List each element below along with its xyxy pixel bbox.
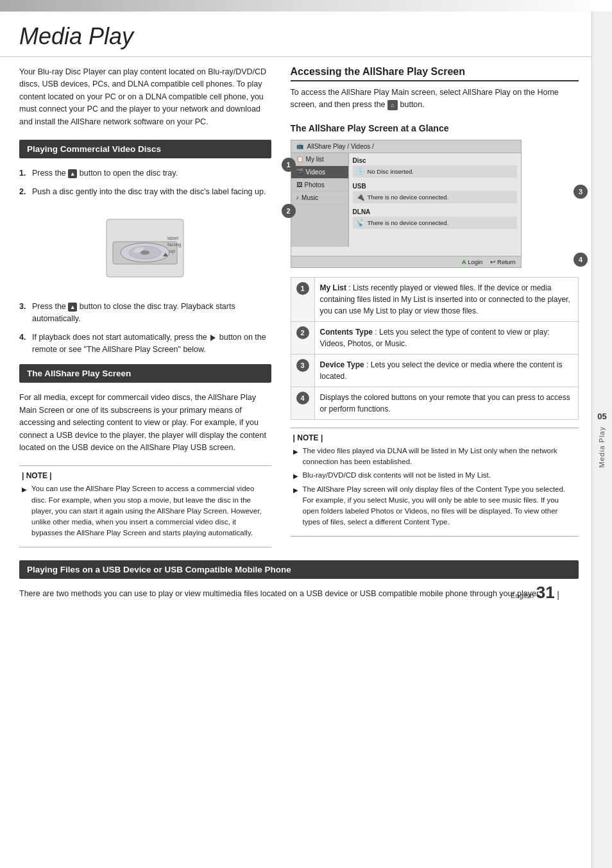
videos-label: Videos bbox=[306, 169, 325, 176]
eject-icon: ▲ bbox=[68, 169, 77, 178]
arrow-icon-2: ▶ bbox=[293, 471, 300, 481]
top-header bbox=[0, 0, 612, 12]
desc-text-3: Device Type : Lets you select the device… bbox=[314, 354, 578, 387]
circle-4: 4 bbox=[296, 392, 309, 405]
dlna-info: 📡 There is no device connected. bbox=[353, 217, 517, 229]
step-text: Press the ▲ button to close the disc tra… bbox=[32, 301, 271, 325]
section3-text: There are two methods you can use to pla… bbox=[19, 588, 579, 600]
left-column: Your Blu-ray Disc Player can play conten… bbox=[0, 66, 284, 556]
circle-3: 3 bbox=[296, 359, 309, 372]
menu-photos: 🖼 Photos bbox=[291, 179, 348, 192]
desc-text-4: Displays the colored buttons on your rem… bbox=[314, 387, 578, 419]
step-4: 4. If playback does not start automatica… bbox=[19, 331, 271, 356]
note-text-1: The video files played via DLNA will be … bbox=[303, 446, 576, 468]
sidebar-label: Media Play bbox=[597, 426, 607, 467]
usb-label: USB bbox=[353, 183, 517, 190]
note-text-2: Blu-ray/DVD/CD disk contents will not be… bbox=[303, 470, 491, 481]
videos-icon: 🎬 bbox=[296, 169, 303, 175]
disc-status: No Disc inserted. bbox=[368, 168, 414, 175]
mylist-title: My List bbox=[320, 283, 346, 292]
eject-icon2: ▲ bbox=[68, 303, 77, 312]
step-text: Press the ▲ button to open the disc tray… bbox=[32, 167, 178, 179]
svg-point-4 bbox=[140, 251, 149, 255]
dlna-row: DLNA 📡 There is no device connected. bbox=[353, 208, 517, 229]
screen-right: Disc 💿 No Disc inserted. USB 🔌 bbox=[349, 153, 521, 247]
callout-4: 4 bbox=[574, 253, 588, 267]
access-text: To access the AllShare Play Main screen,… bbox=[291, 87, 579, 112]
right-sidebar: 05 Media Play bbox=[591, 12, 612, 868]
section2-text: For all media, except for commercail vid… bbox=[19, 392, 271, 454]
chapter-number: 05 bbox=[597, 412, 606, 421]
step-text: Push a disc gently into the disc tray wi… bbox=[32, 186, 266, 198]
screen-header: 📺 AllShare Play / Videos / bbox=[291, 140, 521, 153]
right-note-2: ▶ Blu-ray/DVD/CD disk contents will not … bbox=[293, 470, 576, 481]
usb-info: 🔌 There is no device connected. bbox=[353, 191, 517, 203]
home-button-icon: ⌂ bbox=[387, 100, 398, 110]
screen-logo: 📺 bbox=[296, 143, 303, 149]
return-button: ↩ Return bbox=[490, 258, 515, 265]
photos-icon: 🖼 bbox=[296, 181, 302, 188]
section3-header: Playing Files on a USB Device or USB Com… bbox=[19, 560, 579, 579]
two-column-layout: Your Blu-ray Disc Player can play conten… bbox=[0, 66, 591, 556]
step-1: 1. Press the ▲ button to open the disc t… bbox=[19, 167, 271, 179]
disc-icon: 💿 bbox=[356, 167, 365, 176]
table-row-1: 1 My List : Lists recently played or vie… bbox=[291, 277, 578, 321]
bottom-section: Playing Files on a USB Device or USB Com… bbox=[0, 560, 591, 600]
section1-header: Playing Commercial Video Discs bbox=[19, 140, 271, 158]
login-button: A Login bbox=[462, 258, 483, 265]
music-label: Music bbox=[302, 194, 318, 201]
usb-icon: 🔌 bbox=[356, 193, 365, 201]
step-3: 3. Press the ▲ button to close the disc … bbox=[19, 301, 271, 325]
callout-cell-2: 2 bbox=[291, 321, 314, 354]
note-item: ▶ You can use the AllShare Play Screen t… bbox=[22, 483, 269, 538]
page-pipe: | bbox=[557, 590, 559, 600]
table-row-4: 4 Displays the colored buttons on your r… bbox=[291, 387, 578, 419]
svg-text:label: label bbox=[167, 235, 178, 241]
disc-svg: label facing up bbox=[94, 206, 196, 290]
page-title: Media Play bbox=[0, 12, 591, 57]
dlna-label: DLNA bbox=[353, 208, 517, 215]
steps-list-cont: 3. Press the ▲ button to close the disc … bbox=[19, 301, 271, 355]
right-note-3: ▶ The AllShare Play screen will only dis… bbox=[293, 484, 576, 528]
dlna-status: There is no device connected. bbox=[368, 219, 449, 226]
callout-cell-3: 3 bbox=[291, 354, 314, 387]
table-row-3: 3 Device Type : Lets you select the devi… bbox=[291, 354, 578, 387]
svg-text:facing: facing bbox=[167, 242, 181, 247]
circle-1: 1 bbox=[296, 282, 309, 295]
page-number: 31 bbox=[536, 583, 555, 602]
device-type-title: Device Type bbox=[320, 360, 364, 369]
language-label: English bbox=[511, 592, 534, 599]
arrow-icon-3: ▶ bbox=[293, 485, 300, 528]
step-num: 4. bbox=[19, 331, 28, 356]
callout-1: 1 bbox=[282, 158, 296, 172]
step-2: 2. Push a disc gently into the disc tray… bbox=[19, 186, 271, 198]
section2-header: The AllShare Play Screen bbox=[19, 364, 271, 383]
disc-info: 💿 No Disc inserted. bbox=[353, 165, 517, 178]
play-icon bbox=[210, 335, 216, 341]
step-num: 1. bbox=[19, 167, 28, 179]
screen-path: AllShare Play / Videos / bbox=[307, 143, 374, 150]
arrow-icon-1: ▶ bbox=[293, 447, 300, 468]
music-icon: ♪ bbox=[296, 194, 300, 201]
dlna-icon: 📡 bbox=[356, 219, 365, 227]
circle-2: 2 bbox=[296, 326, 309, 339]
right-column: Accessing the AllShare Play Screen To ac… bbox=[284, 66, 591, 556]
step-num: 3. bbox=[19, 301, 28, 325]
screen-container: 1 2 3 4 📺 AllShare Play / Videos / bbox=[291, 140, 579, 268]
step-text: If playback does not start automatically… bbox=[32, 331, 271, 356]
note-text-3: The AllShare Play screen will only displ… bbox=[303, 484, 576, 528]
mylist-label: My list bbox=[306, 156, 324, 163]
desc-text-2: Contents Type : Lets you select the type… bbox=[314, 321, 578, 354]
intro-paragraph: Your Blu-ray Disc Player can play conten… bbox=[19, 66, 271, 128]
table-row-2: 2 Contents Type : Lets you select the ty… bbox=[291, 321, 578, 354]
screen-footer: A Login ↩ Return bbox=[291, 256, 521, 267]
contents-type-title: Contents Type bbox=[320, 328, 373, 337]
callout-2: 2 bbox=[282, 204, 296, 218]
disc-row: Disc 💿 No Disc inserted. bbox=[353, 157, 517, 178]
note-arrow-icon: ▶ bbox=[22, 485, 28, 538]
disc-label: Disc bbox=[353, 157, 517, 164]
disc-illustration: label facing up bbox=[19, 206, 271, 292]
allshare-screen: 📺 AllShare Play / Videos / 📋 My list 🎬 bbox=[291, 140, 522, 268]
callout-3: 3 bbox=[574, 185, 588, 199]
note-text: You can use the AllShare Play Screen to … bbox=[31, 483, 269, 538]
